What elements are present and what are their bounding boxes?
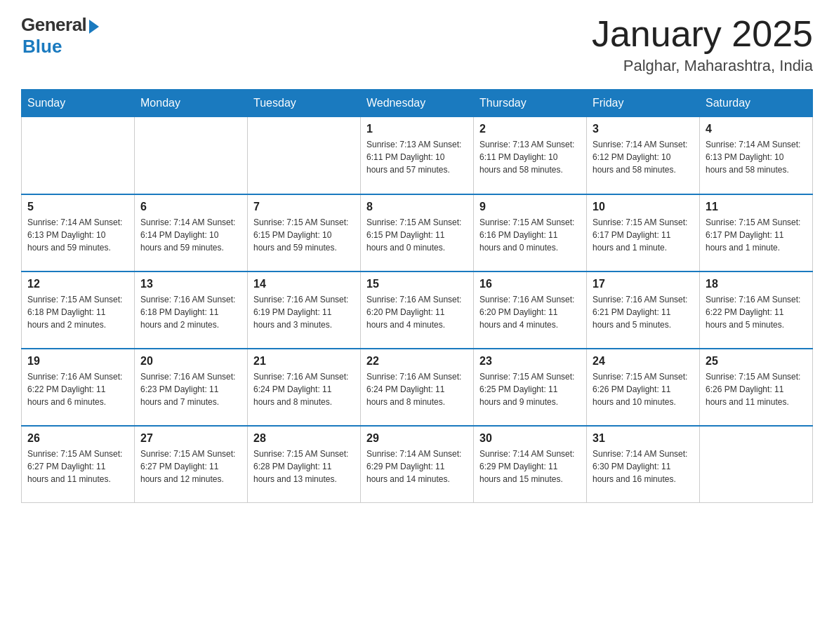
day-number-15: 15: [366, 278, 468, 290]
logo: General Blue: [21, 14, 99, 58]
table-row: 19Sunrise: 7:16 AM Sunset: 6:22 PM Dayli…: [22, 349, 135, 426]
day-number-21: 21: [253, 355, 355, 368]
weekday-header-sunday: Sunday: [22, 90, 135, 117]
day-info-18: Sunrise: 7:16 AM Sunset: 6:22 PM Dayligh…: [706, 293, 807, 331]
day-info-3: Sunrise: 7:14 AM Sunset: 6:12 PM Dayligh…: [593, 138, 694, 176]
weekday-header-friday: Friday: [587, 90, 700, 117]
day-number-16: 16: [479, 278, 581, 290]
table-row: 14Sunrise: 7:16 AM Sunset: 6:19 PM Dayli…: [248, 271, 361, 349]
table-row: 25Sunrise: 7:15 AM Sunset: 6:26 PM Dayli…: [700, 349, 813, 426]
calendar-week-5: 26Sunrise: 7:15 AM Sunset: 6:27 PM Dayli…: [22, 426, 813, 503]
day-number-2: 2: [479, 123, 581, 135]
calendar-week-2: 5Sunrise: 7:14 AM Sunset: 6:13 PM Daylig…: [22, 194, 813, 271]
calendar-table: SundayMondayTuesdayWednesdayThursdayFrid…: [21, 89, 813, 503]
weekday-header-thursday: Thursday: [474, 90, 587, 117]
day-info-28: Sunrise: 7:15 AM Sunset: 6:28 PM Dayligh…: [253, 448, 355, 485]
title-block: January 2025 Palghar, Maharashtra, India: [592, 14, 813, 75]
day-number-20: 20: [140, 355, 241, 368]
day-number-5: 5: [27, 201, 128, 213]
day-number-25: 25: [706, 355, 807, 368]
logo-general-text: General: [21, 14, 86, 36]
table-row: 2Sunrise: 7:13 AM Sunset: 6:11 PM Daylig…: [474, 117, 587, 194]
day-number-28: 28: [253, 432, 355, 445]
location-title: Palghar, Maharashtra, India: [592, 57, 813, 75]
day-info-6: Sunrise: 7:14 AM Sunset: 6:14 PM Dayligh…: [140, 216, 241, 254]
day-info-1: Sunrise: 7:13 AM Sunset: 6:11 PM Dayligh…: [366, 138, 468, 176]
day-info-5: Sunrise: 7:14 AM Sunset: 6:13 PM Dayligh…: [27, 216, 128, 254]
day-number-27: 27: [140, 432, 241, 445]
day-info-11: Sunrise: 7:15 AM Sunset: 6:17 PM Dayligh…: [706, 216, 807, 254]
day-number-19: 19: [27, 355, 128, 368]
table-row: 28Sunrise: 7:15 AM Sunset: 6:28 PM Dayli…: [248, 426, 361, 503]
table-row: 9Sunrise: 7:15 AM Sunset: 6:16 PM Daylig…: [474, 194, 587, 271]
day-info-13: Sunrise: 7:16 AM Sunset: 6:18 PM Dayligh…: [140, 293, 241, 331]
day-number-6: 6: [140, 201, 241, 213]
table-row: [248, 117, 361, 194]
calendar-week-4: 19Sunrise: 7:16 AM Sunset: 6:22 PM Dayli…: [22, 349, 813, 426]
table-row: 8Sunrise: 7:15 AM Sunset: 6:15 PM Daylig…: [361, 194, 474, 271]
day-info-23: Sunrise: 7:15 AM Sunset: 6:25 PM Dayligh…: [479, 370, 581, 408]
weekday-header-tuesday: Tuesday: [248, 90, 361, 117]
day-number-14: 14: [253, 278, 355, 290]
table-row: 20Sunrise: 7:16 AM Sunset: 6:23 PM Dayli…: [135, 349, 248, 426]
logo-arrow-icon: [89, 20, 99, 34]
day-number-24: 24: [593, 355, 694, 368]
day-info-4: Sunrise: 7:14 AM Sunset: 6:13 PM Dayligh…: [706, 138, 807, 176]
day-info-22: Sunrise: 7:16 AM Sunset: 6:24 PM Dayligh…: [366, 370, 468, 408]
day-info-9: Sunrise: 7:15 AM Sunset: 6:16 PM Dayligh…: [479, 216, 581, 254]
table-row: 13Sunrise: 7:16 AM Sunset: 6:18 PM Dayli…: [135, 271, 248, 349]
table-row: 5Sunrise: 7:14 AM Sunset: 6:13 PM Daylig…: [22, 194, 135, 271]
day-number-31: 31: [593, 432, 694, 445]
day-number-12: 12: [27, 278, 128, 290]
day-number-4: 4: [706, 123, 807, 135]
calendar-week-3: 12Sunrise: 7:15 AM Sunset: 6:18 PM Dayli…: [22, 271, 813, 349]
day-number-29: 29: [366, 432, 468, 445]
table-row: 17Sunrise: 7:16 AM Sunset: 6:21 PM Dayli…: [587, 271, 700, 349]
calendar-week-1: 1Sunrise: 7:13 AM Sunset: 6:11 PM Daylig…: [22, 117, 813, 194]
day-info-27: Sunrise: 7:15 AM Sunset: 6:27 PM Dayligh…: [140, 448, 241, 485]
table-row: 29Sunrise: 7:14 AM Sunset: 6:29 PM Dayli…: [361, 426, 474, 503]
page-header: General Blue January 2025 Palghar, Mahar…: [21, 14, 813, 75]
day-number-10: 10: [593, 201, 694, 213]
table-row: 18Sunrise: 7:16 AM Sunset: 6:22 PM Dayli…: [700, 271, 813, 349]
day-number-8: 8: [366, 201, 468, 213]
day-number-7: 7: [253, 201, 355, 213]
table-row: 30Sunrise: 7:14 AM Sunset: 6:29 PM Dayli…: [474, 426, 587, 503]
day-info-24: Sunrise: 7:15 AM Sunset: 6:26 PM Dayligh…: [593, 370, 694, 408]
weekday-header-monday: Monday: [135, 90, 248, 117]
day-info-19: Sunrise: 7:16 AM Sunset: 6:22 PM Dayligh…: [27, 370, 128, 408]
table-row: 23Sunrise: 7:15 AM Sunset: 6:25 PM Dayli…: [474, 349, 587, 426]
day-info-26: Sunrise: 7:15 AM Sunset: 6:27 PM Dayligh…: [27, 448, 128, 485]
day-info-20: Sunrise: 7:16 AM Sunset: 6:23 PM Dayligh…: [140, 370, 241, 408]
calendar-header: SundayMondayTuesdayWednesdayThursdayFrid…: [22, 90, 813, 117]
table-row: 3Sunrise: 7:14 AM Sunset: 6:12 PM Daylig…: [587, 117, 700, 194]
table-row: 10Sunrise: 7:15 AM Sunset: 6:17 PM Dayli…: [587, 194, 700, 271]
table-row: [22, 117, 135, 194]
day-number-13: 13: [140, 278, 241, 290]
table-row: 15Sunrise: 7:16 AM Sunset: 6:20 PM Dayli…: [361, 271, 474, 349]
table-row: 4Sunrise: 7:14 AM Sunset: 6:13 PM Daylig…: [700, 117, 813, 194]
table-row: 11Sunrise: 7:15 AM Sunset: 6:17 PM Dayli…: [700, 194, 813, 271]
day-info-14: Sunrise: 7:16 AM Sunset: 6:19 PM Dayligh…: [253, 293, 355, 331]
table-row: 1Sunrise: 7:13 AM Sunset: 6:11 PM Daylig…: [361, 117, 474, 194]
table-row: 7Sunrise: 7:15 AM Sunset: 6:15 PM Daylig…: [248, 194, 361, 271]
day-number-9: 9: [479, 201, 581, 213]
table-row: 6Sunrise: 7:14 AM Sunset: 6:14 PM Daylig…: [135, 194, 248, 271]
table-row: 24Sunrise: 7:15 AM Sunset: 6:26 PM Dayli…: [587, 349, 700, 426]
table-row: 27Sunrise: 7:15 AM Sunset: 6:27 PM Dayli…: [135, 426, 248, 503]
day-info-31: Sunrise: 7:14 AM Sunset: 6:30 PM Dayligh…: [593, 448, 694, 485]
day-number-18: 18: [706, 278, 807, 290]
table-row: [700, 426, 813, 503]
day-number-1: 1: [366, 123, 468, 135]
day-number-3: 3: [593, 123, 694, 135]
day-info-21: Sunrise: 7:16 AM Sunset: 6:24 PM Dayligh…: [253, 370, 355, 408]
day-number-30: 30: [479, 432, 581, 445]
calendar-body: 1Sunrise: 7:13 AM Sunset: 6:11 PM Daylig…: [22, 117, 813, 503]
day-number-11: 11: [706, 201, 807, 213]
table-row: 26Sunrise: 7:15 AM Sunset: 6:27 PM Dayli…: [22, 426, 135, 503]
table-row: 31Sunrise: 7:14 AM Sunset: 6:30 PM Dayli…: [587, 426, 700, 503]
table-row: 22Sunrise: 7:16 AM Sunset: 6:24 PM Dayli…: [361, 349, 474, 426]
table-row: 21Sunrise: 7:16 AM Sunset: 6:24 PM Dayli…: [248, 349, 361, 426]
weekday-header-wednesday: Wednesday: [361, 90, 474, 117]
logo-blue-text: Blue: [22, 36, 62, 58]
